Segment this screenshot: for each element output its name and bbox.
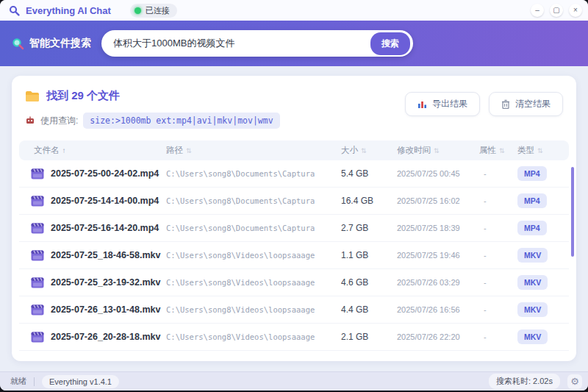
table-row[interactable]: 2025-07-25-16-14-20.mp4 C:\Users\song8\D… [19, 215, 569, 242]
version-badge: Everything v1.4.1 [42, 375, 119, 388]
status-divider [34, 377, 35, 386]
file-type-badge: MKV [517, 302, 548, 317]
sort-icon: ⇅ [499, 147, 505, 154]
sort-icon: ⇅ [361, 147, 367, 154]
file-modified-time: 2025/07/25 16:02 [397, 196, 479, 205]
clear-results-label: 清空结果 [515, 98, 551, 110]
video-file-icon [31, 250, 44, 261]
connected-dot-icon [135, 7, 141, 14]
minimize-button[interactable]: – [531, 4, 544, 17]
app-window: Everything AI Chat 已连接 – ▢ × 智能文件搜索 搜索 [0, 0, 588, 391]
table-row[interactable]: 2025-07-25_23-19-32.mkv C:\Users\song8\V… [19, 269, 569, 296]
search-input[interactable] [113, 38, 370, 49]
table-body: 2025-07-25-00-24-02.mp4 C:\Users\song8\D… [19, 160, 569, 351]
export-results-button[interactable]: 导出结果 [405, 92, 480, 116]
file-attributes: - [479, 169, 517, 178]
file-modified-time: 2025/07/25 19:46 [397, 251, 479, 260]
close-button[interactable]: × [569, 4, 582, 17]
column-header-attributes[interactable]: 属性 ⇅ [479, 145, 517, 156]
sort-icon: ⇅ [186, 147, 192, 154]
table-scrollbar[interactable] [571, 167, 574, 257]
file-path: C:\Users\song8\Videos\loopsaaage [166, 332, 341, 341]
video-file-icon [31, 168, 44, 179]
sort-icon: ⇅ [537, 147, 543, 154]
search-section: 智能文件搜索 搜索 [0, 21, 588, 66]
query-label: 使用查询: [40, 115, 78, 127]
file-name: 2025-07-25_18-46-58.mkv [51, 250, 160, 260]
file-modified-time: 2025/07/26 22:20 [397, 332, 479, 341]
column-header-filename[interactable]: 文件名 ↑ [22, 145, 166, 156]
file-size: 4.6 GB [341, 277, 397, 288]
query-value-chip: size:>1000mb ext:mp4|avi|mkv|mov|wmv [83, 113, 279, 129]
file-path: C:\Users\song8\Videos\loopsaaage [166, 251, 341, 260]
column-header-path[interactable]: 路径 ⇅ [166, 145, 341, 156]
table-row[interactable]: 2025-07-26_13-01-48.mkv C:\Users\song8\V… [19, 296, 569, 324]
table-row[interactable]: 2025-07-25-14-14-00.mp4 C:\Users\song8\D… [19, 188, 569, 215]
statusbar: 就绪 Everything v1.4.1 搜索耗时: 2.02s ⚙ [0, 371, 588, 391]
results-summary: 找到 29 个文件 [46, 89, 120, 103]
results-table: 文件名 ↑ 路径 ⇅ 大小 ⇅ 修改时间 ⇅ [12, 138, 576, 351]
table-header-row: 文件名 ↑ 路径 ⇅ 大小 ⇅ 修改时间 ⇅ [19, 140, 569, 160]
file-modified-time: 2025/07/25 18:39 [397, 224, 479, 232]
file-size: 4.4 GB [341, 304, 397, 315]
file-type-badge: MP4 [517, 193, 547, 208]
file-size: 16.4 GB [341, 196, 397, 206]
column-header-modified[interactable]: 修改时间 ⇅ [397, 145, 479, 156]
file-modified-time: 2025/07/25 00:45 [397, 169, 479, 178]
column-header-type[interactable]: 类型 ⇅ [517, 145, 566, 156]
smart-search-icon [12, 38, 24, 50]
file-name: 2025-07-25_23-19-32.mkv [51, 277, 160, 288]
app-logo-search-icon [9, 5, 20, 16]
titlebar: Everything AI Chat 已连接 – ▢ × [0, 0, 588, 21]
file-type-badge: MKV [517, 329, 548, 344]
file-type-badge: MKV [517, 275, 548, 290]
status-ready-label: 就绪 [10, 376, 26, 387]
video-file-icon [31, 223, 44, 234]
sort-ascending-icon: ↑ [62, 146, 66, 154]
maximize-button[interactable]: ▢ [550, 4, 563, 17]
smart-search-label: 智能文件搜索 [29, 37, 91, 50]
file-path: C:\Users\song8\Videos\loopsaaage [166, 278, 341, 287]
file-path: C:\Users\song8\Documents\Captura [166, 169, 341, 178]
file-size: 2.7 GB [341, 223, 397, 233]
file-size: 2.1 GB [341, 332, 397, 342]
file-type-badge: MP4 [517, 221, 547, 235]
file-name: 2025-07-25-00-24-02.mp4 [51, 168, 159, 179]
file-name: 2025-07-25-14-14-00.mp4 [51, 196, 159, 206]
robot-icon [25, 116, 35, 125]
file-path: C:\Users\song8\Documents\Captura [166, 224, 341, 232]
file-attributes: - [479, 278, 517, 287]
file-type-badge: MP4 [517, 166, 547, 181]
clear-results-button[interactable]: 清空结果 [489, 92, 563, 116]
results-card: 找到 29 个文件 使用查询: size:>1000mb e [12, 76, 576, 361]
connection-status-label: 已连接 [146, 5, 170, 16]
window-controls: – ▢ × [531, 4, 582, 17]
file-name: 2025-07-25-16-14-20.mp4 [51, 223, 159, 233]
video-file-icon [31, 304, 44, 316]
search-time-badge: 搜索耗时: 2.02s [489, 374, 560, 389]
export-chart-icon [417, 99, 427, 109]
connection-status-badge: 已连接 [130, 4, 177, 18]
file-modified-time: 2025/07/26 16:56 [397, 305, 479, 314]
table-row[interactable]: 2025-07-25_18-46-58.mkv C:\Users\song8\V… [19, 242, 569, 269]
video-file-icon [31, 332, 44, 343]
column-header-size[interactable]: 大小 ⇅ [341, 145, 397, 156]
table-row[interactable]: 2025-07-25-00-24-02.mp4 C:\Users\song8\D… [19, 160, 569, 188]
table-row[interactable]: 2025-07-26_20-28-18.mkv C:\Users\song8\V… [19, 324, 569, 351]
file-size: 5.4 GB [341, 168, 397, 179]
file-path: C:\Users\song8\Documents\Captura [166, 196, 341, 205]
video-file-icon [31, 277, 44, 288]
video-file-icon [31, 196, 44, 207]
file-modified-time: 2025/07/26 03:29 [397, 278, 479, 287]
search-button[interactable]: 搜索 [370, 32, 410, 55]
file-path: C:\Users\song8\Videos\loopsaaage [166, 305, 341, 314]
file-type-badge: MKV [517, 248, 548, 263]
app-title: Everything AI Chat [26, 5, 111, 16]
gear-icon[interactable]: ⚙ [567, 374, 582, 389]
main-content: 找到 29 个文件 使用查询: size:>1000mb e [0, 66, 588, 371]
file-size: 1.1 GB [341, 250, 397, 260]
sort-icon: ⇅ [434, 147, 440, 154]
trash-icon [501, 99, 510, 109]
file-attributes: - [479, 305, 517, 314]
file-attributes: - [479, 196, 517, 205]
